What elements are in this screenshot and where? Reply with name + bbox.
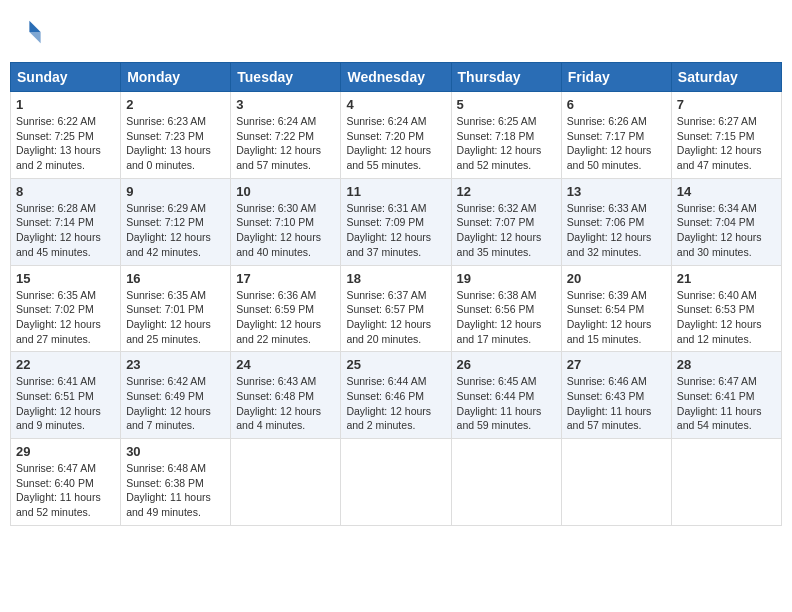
calendar-cell: 18Sunrise: 6:37 AMSunset: 6:57 PMDayligh… bbox=[341, 265, 451, 352]
calendar-cell bbox=[451, 439, 561, 526]
logo bbox=[14, 18, 46, 46]
calendar-cell bbox=[561, 439, 671, 526]
day-number: 14 bbox=[677, 184, 776, 199]
day-info: Sunrise: 6:33 AMSunset: 7:06 PMDaylight:… bbox=[567, 201, 666, 260]
day-number: 3 bbox=[236, 97, 335, 112]
day-number: 22 bbox=[16, 357, 115, 372]
calendar-cell: 10Sunrise: 6:30 AMSunset: 7:10 PMDayligh… bbox=[231, 178, 341, 265]
day-number: 23 bbox=[126, 357, 225, 372]
day-info: Sunrise: 6:38 AMSunset: 6:56 PMDaylight:… bbox=[457, 288, 556, 347]
day-info: Sunrise: 6:43 AMSunset: 6:48 PMDaylight:… bbox=[236, 374, 335, 433]
calendar-cell: 22Sunrise: 6:41 AMSunset: 6:51 PMDayligh… bbox=[11, 352, 121, 439]
day-info: Sunrise: 6:29 AMSunset: 7:12 PMDaylight:… bbox=[126, 201, 225, 260]
calendar-cell bbox=[671, 439, 781, 526]
day-header: Saturday bbox=[671, 63, 781, 92]
day-info: Sunrise: 6:31 AMSunset: 7:09 PMDaylight:… bbox=[346, 201, 445, 260]
day-info: Sunrise: 6:41 AMSunset: 6:51 PMDaylight:… bbox=[16, 374, 115, 433]
calendar-week-row: 1Sunrise: 6:22 AMSunset: 7:25 PMDaylight… bbox=[11, 92, 782, 179]
calendar-table: SundayMondayTuesdayWednesdayThursdayFrid… bbox=[10, 62, 782, 526]
calendar-cell: 6Sunrise: 6:26 AMSunset: 7:17 PMDaylight… bbox=[561, 92, 671, 179]
day-info: Sunrise: 6:24 AMSunset: 7:20 PMDaylight:… bbox=[346, 114, 445, 173]
day-number: 25 bbox=[346, 357, 445, 372]
day-info: Sunrise: 6:37 AMSunset: 6:57 PMDaylight:… bbox=[346, 288, 445, 347]
day-info: Sunrise: 6:47 AMSunset: 6:40 PMDaylight:… bbox=[16, 461, 115, 520]
day-info: Sunrise: 6:47 AMSunset: 6:41 PMDaylight:… bbox=[677, 374, 776, 433]
day-number: 16 bbox=[126, 271, 225, 286]
day-number: 6 bbox=[567, 97, 666, 112]
calendar-cell: 27Sunrise: 6:46 AMSunset: 6:43 PMDayligh… bbox=[561, 352, 671, 439]
day-number: 21 bbox=[677, 271, 776, 286]
day-info: Sunrise: 6:24 AMSunset: 7:22 PMDaylight:… bbox=[236, 114, 335, 173]
day-info: Sunrise: 6:27 AMSunset: 7:15 PMDaylight:… bbox=[677, 114, 776, 173]
day-info: Sunrise: 6:32 AMSunset: 7:07 PMDaylight:… bbox=[457, 201, 556, 260]
calendar-cell: 11Sunrise: 6:31 AMSunset: 7:09 PMDayligh… bbox=[341, 178, 451, 265]
calendar-cell: 9Sunrise: 6:29 AMSunset: 7:12 PMDaylight… bbox=[121, 178, 231, 265]
day-number: 5 bbox=[457, 97, 556, 112]
day-info: Sunrise: 6:42 AMSunset: 6:49 PMDaylight:… bbox=[126, 374, 225, 433]
calendar-cell: 13Sunrise: 6:33 AMSunset: 7:06 PMDayligh… bbox=[561, 178, 671, 265]
calendar-body: 1Sunrise: 6:22 AMSunset: 7:25 PMDaylight… bbox=[11, 92, 782, 526]
calendar-cell: 20Sunrise: 6:39 AMSunset: 6:54 PMDayligh… bbox=[561, 265, 671, 352]
day-info: Sunrise: 6:23 AMSunset: 7:23 PMDaylight:… bbox=[126, 114, 225, 173]
day-number: 26 bbox=[457, 357, 556, 372]
calendar-cell: 1Sunrise: 6:22 AMSunset: 7:25 PMDaylight… bbox=[11, 92, 121, 179]
calendar-cell: 12Sunrise: 6:32 AMSunset: 7:07 PMDayligh… bbox=[451, 178, 561, 265]
calendar-cell: 4Sunrise: 6:24 AMSunset: 7:20 PMDaylight… bbox=[341, 92, 451, 179]
day-number: 12 bbox=[457, 184, 556, 199]
calendar-cell: 5Sunrise: 6:25 AMSunset: 7:18 PMDaylight… bbox=[451, 92, 561, 179]
calendar-cell: 7Sunrise: 6:27 AMSunset: 7:15 PMDaylight… bbox=[671, 92, 781, 179]
calendar-cell: 25Sunrise: 6:44 AMSunset: 6:46 PMDayligh… bbox=[341, 352, 451, 439]
day-header: Wednesday bbox=[341, 63, 451, 92]
day-info: Sunrise: 6:34 AMSunset: 7:04 PMDaylight:… bbox=[677, 201, 776, 260]
day-number: 29 bbox=[16, 444, 115, 459]
day-info: Sunrise: 6:22 AMSunset: 7:25 PMDaylight:… bbox=[16, 114, 115, 173]
calendar-cell: 2Sunrise: 6:23 AMSunset: 7:23 PMDaylight… bbox=[121, 92, 231, 179]
day-number: 28 bbox=[677, 357, 776, 372]
day-header: Monday bbox=[121, 63, 231, 92]
calendar-cell: 14Sunrise: 6:34 AMSunset: 7:04 PMDayligh… bbox=[671, 178, 781, 265]
day-info: Sunrise: 6:46 AMSunset: 6:43 PMDaylight:… bbox=[567, 374, 666, 433]
day-number: 2 bbox=[126, 97, 225, 112]
day-number: 27 bbox=[567, 357, 666, 372]
day-number: 8 bbox=[16, 184, 115, 199]
svg-marker-0 bbox=[29, 21, 40, 32]
calendar-cell: 24Sunrise: 6:43 AMSunset: 6:48 PMDayligh… bbox=[231, 352, 341, 439]
day-number: 10 bbox=[236, 184, 335, 199]
day-number: 30 bbox=[126, 444, 225, 459]
day-number: 11 bbox=[346, 184, 445, 199]
svg-marker-1 bbox=[29, 32, 40, 43]
calendar-cell bbox=[231, 439, 341, 526]
day-header: Sunday bbox=[11, 63, 121, 92]
calendar-week-row: 22Sunrise: 6:41 AMSunset: 6:51 PMDayligh… bbox=[11, 352, 782, 439]
calendar-cell: 17Sunrise: 6:36 AMSunset: 6:59 PMDayligh… bbox=[231, 265, 341, 352]
day-header: Friday bbox=[561, 63, 671, 92]
day-number: 24 bbox=[236, 357, 335, 372]
calendar-cell: 28Sunrise: 6:47 AMSunset: 6:41 PMDayligh… bbox=[671, 352, 781, 439]
calendar-cell bbox=[341, 439, 451, 526]
calendar-week-row: 8Sunrise: 6:28 AMSunset: 7:14 PMDaylight… bbox=[11, 178, 782, 265]
calendar-header-row: SundayMondayTuesdayWednesdayThursdayFrid… bbox=[11, 63, 782, 92]
calendar-cell: 3Sunrise: 6:24 AMSunset: 7:22 PMDaylight… bbox=[231, 92, 341, 179]
day-info: Sunrise: 6:25 AMSunset: 7:18 PMDaylight:… bbox=[457, 114, 556, 173]
day-header: Tuesday bbox=[231, 63, 341, 92]
day-info: Sunrise: 6:40 AMSunset: 6:53 PMDaylight:… bbox=[677, 288, 776, 347]
day-number: 15 bbox=[16, 271, 115, 286]
day-number: 1 bbox=[16, 97, 115, 112]
logo-icon bbox=[14, 18, 42, 46]
day-info: Sunrise: 6:30 AMSunset: 7:10 PMDaylight:… bbox=[236, 201, 335, 260]
calendar-cell: 26Sunrise: 6:45 AMSunset: 6:44 PMDayligh… bbox=[451, 352, 561, 439]
day-info: Sunrise: 6:44 AMSunset: 6:46 PMDaylight:… bbox=[346, 374, 445, 433]
calendar-week-row: 29Sunrise: 6:47 AMSunset: 6:40 PMDayligh… bbox=[11, 439, 782, 526]
calendar-cell: 30Sunrise: 6:48 AMSunset: 6:38 PMDayligh… bbox=[121, 439, 231, 526]
day-number: 19 bbox=[457, 271, 556, 286]
calendar-cell: 8Sunrise: 6:28 AMSunset: 7:14 PMDaylight… bbox=[11, 178, 121, 265]
calendar-cell: 16Sunrise: 6:35 AMSunset: 7:01 PMDayligh… bbox=[121, 265, 231, 352]
calendar-cell: 23Sunrise: 6:42 AMSunset: 6:49 PMDayligh… bbox=[121, 352, 231, 439]
day-info: Sunrise: 6:45 AMSunset: 6:44 PMDaylight:… bbox=[457, 374, 556, 433]
day-number: 9 bbox=[126, 184, 225, 199]
day-info: Sunrise: 6:36 AMSunset: 6:59 PMDaylight:… bbox=[236, 288, 335, 347]
day-number: 18 bbox=[346, 271, 445, 286]
page-header bbox=[10, 10, 782, 54]
calendar-cell: 29Sunrise: 6:47 AMSunset: 6:40 PMDayligh… bbox=[11, 439, 121, 526]
day-header: Thursday bbox=[451, 63, 561, 92]
